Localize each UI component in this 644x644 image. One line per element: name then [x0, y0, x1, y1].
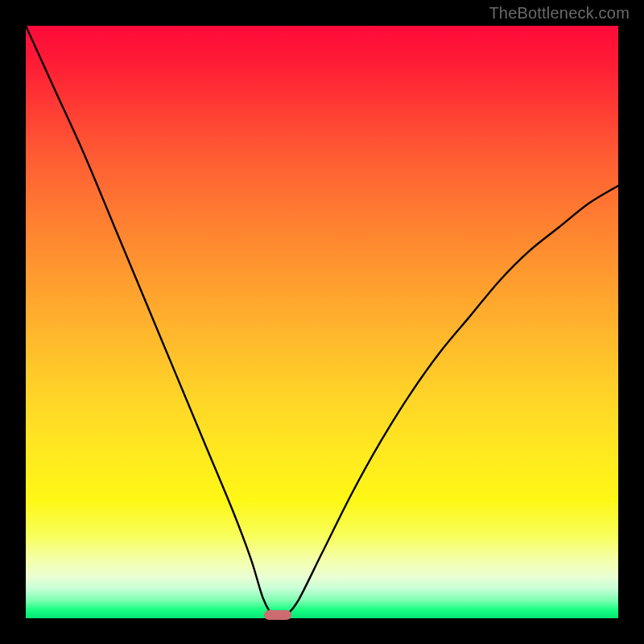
curve-left-branch	[26, 26, 271, 615]
chart-plot-area	[26, 26, 618, 618]
chart-frame: TheBottleneck.com	[0, 0, 644, 644]
chart-curve	[26, 26, 618, 618]
curve-right-branch	[287, 186, 618, 616]
min-marker	[264, 610, 291, 620]
watermark-label: TheBottleneck.com	[489, 4, 630, 23]
